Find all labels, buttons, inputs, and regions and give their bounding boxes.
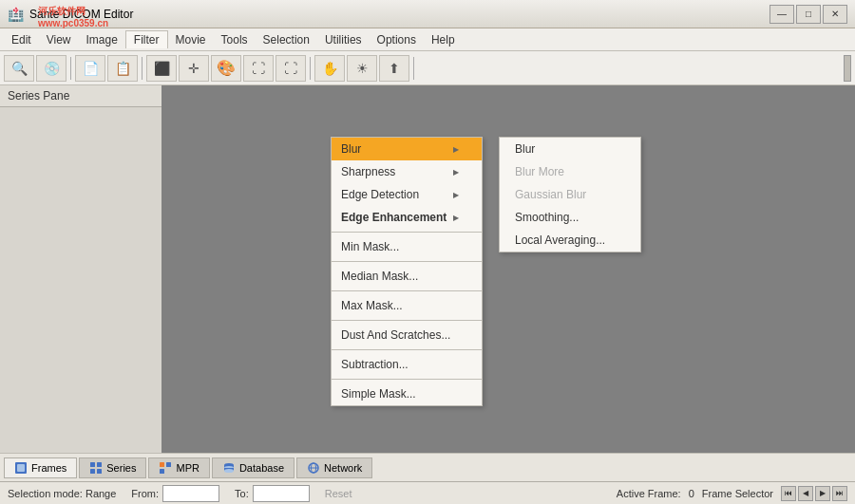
menu-image[interactable]: Image xyxy=(78,31,124,48)
menu-tools[interactable]: Tools xyxy=(214,31,256,48)
status-to: To: xyxy=(235,485,310,502)
dropdown-overlay: Blur ▶ Sharpness ▶ Edge Detection ▶ Edge… xyxy=(162,137,855,453)
blur-submenu-blur-more: Blur More xyxy=(500,160,640,183)
sharpness-submenu-arrow: ▶ xyxy=(453,168,459,177)
series-pane: Series Pane xyxy=(0,85,162,453)
status-from: From: xyxy=(131,485,219,502)
blur-submenu-arrow: ▶ xyxy=(453,145,459,154)
toolbar-crosshair[interactable]: ✛ xyxy=(179,55,209,82)
content-area: Blur ▶ Sharpness ▶ Edge Detection ▶ Edge… xyxy=(162,85,855,453)
toolbar-disc[interactable]: 💿 xyxy=(36,55,66,82)
toolbar-new[interactable]: 📄 xyxy=(75,55,105,82)
tab-mpr[interactable]: MPR xyxy=(148,457,209,478)
toolbar-clipboard[interactable]: 📋 xyxy=(107,55,138,82)
toolbar-color[interactable]: 🎨 xyxy=(211,55,241,82)
filter-sep-5 xyxy=(332,349,482,350)
mpr-icon xyxy=(159,461,172,475)
filter-sep-6 xyxy=(332,379,482,380)
main-area: Series Pane Blur ▶ Sharpness ▶ Edge Dete… xyxy=(0,85,855,453)
network-icon xyxy=(307,461,320,475)
svg-point-13 xyxy=(224,469,234,473)
menu-options[interactable]: Options xyxy=(370,31,424,48)
menu-bar: Edit View Image Filter Movie Tools Selec… xyxy=(0,28,855,51)
toolbar-sep-4 xyxy=(413,57,414,80)
series-pane-header: Series Pane xyxy=(0,85,162,107)
frame-prev-btn[interactable]: ◀ xyxy=(798,486,813,501)
frame-last-btn[interactable]: ⏭ xyxy=(832,486,847,501)
frame-selector: ⏮ ◀ ▶ ⏭ xyxy=(781,486,847,501)
tab-series[interactable]: Series xyxy=(79,457,146,478)
toolbar-up[interactable]: ⬆ xyxy=(379,55,409,82)
menu-utilities[interactable]: Utilities xyxy=(317,31,370,48)
status-reset: Reset xyxy=(325,488,352,499)
status-bar: Selection mode: Range From: To: Reset Ac… xyxy=(0,481,855,504)
database-icon xyxy=(222,461,236,475)
svg-rect-2 xyxy=(90,462,95,467)
filter-menu-median-mask[interactable]: Median Mask... xyxy=(332,265,482,288)
filter-menu-max-mask[interactable]: Max Mask... xyxy=(332,294,482,317)
menu-selection[interactable]: Selection xyxy=(256,31,317,48)
svg-rect-7 xyxy=(166,462,171,467)
bottom-tabs: Frames Series MPR Database xyxy=(0,453,855,481)
blur-submenu[interactable]: Blur Blur More Gaussian Blur Smoothing..… xyxy=(499,137,641,252)
svg-rect-6 xyxy=(160,462,164,467)
menu-edit[interactable]: Edit xyxy=(4,31,39,48)
filter-menu-subtraction[interactable]: Subtraction... xyxy=(332,353,482,376)
svg-rect-8 xyxy=(160,469,164,474)
filter-menu-edge-detection[interactable]: Edge Detection ▶ xyxy=(332,183,482,206)
edge-enhancement-submenu-arrow: ▶ xyxy=(453,214,459,222)
filter-sep-2 xyxy=(332,261,482,262)
frame-next-btn[interactable]: ▶ xyxy=(815,486,830,501)
svg-rect-3 xyxy=(97,462,102,467)
filter-sep-3 xyxy=(332,290,482,291)
toolbar-sep-1 xyxy=(70,57,71,80)
menu-filter[interactable]: Filter xyxy=(125,30,168,48)
filter-menu-min-mask[interactable]: Min Mask... xyxy=(332,235,482,258)
tab-frames[interactable]: Frames xyxy=(4,457,77,478)
maximize-button[interactable]: □ xyxy=(796,5,821,24)
toolbar-frame2[interactable]: ⛶ xyxy=(276,55,306,82)
toolbar-frame1[interactable]: ⛶ xyxy=(243,55,274,82)
filter-menu-blur[interactable]: Blur ▶ xyxy=(332,138,482,160)
edge-detection-submenu-arrow: ▶ xyxy=(453,191,459,199)
blur-submenu-blur[interactable]: Blur xyxy=(500,138,640,160)
to-input[interactable] xyxy=(253,485,310,502)
filter-sep-4 xyxy=(332,320,482,321)
title-bar-title: Sante DICOM Editor xyxy=(29,8,133,21)
toolbar: 🔍 💿 📄 📋 ⬛ ✛ 🎨 ⛶ ⛶ ✋ ☀ ⬆ xyxy=(0,51,855,85)
menu-help[interactable]: Help xyxy=(424,31,463,48)
toolbar-pan[interactable]: ⬛ xyxy=(146,55,177,82)
svg-rect-1 xyxy=(17,464,25,472)
toolbar-hand[interactable]: ✋ xyxy=(314,55,345,82)
blur-submenu-gaussian-blur: Gaussian Blur xyxy=(500,183,640,206)
from-input[interactable] xyxy=(162,485,219,502)
filter-menu-dust-scratches[interactable]: Dust And Scratches... xyxy=(332,324,482,346)
blur-submenu-local-averaging[interactable]: Local Averaging... xyxy=(500,229,640,252)
title-bar: 🏥 Sante DICOM Editor — □ ✕ xyxy=(0,0,855,28)
filter-menu-edge-enhancement[interactable]: Edge Enhancement ▶ xyxy=(332,206,482,229)
toolbar-sun[interactable]: ☀ xyxy=(347,55,377,82)
status-mode: Selection mode: Range xyxy=(8,488,116,499)
status-right: Active Frame: 0 Frame Selector ⏮ ◀ ▶ ⏭ xyxy=(617,486,847,501)
svg-rect-5 xyxy=(97,469,102,474)
toolbar-scrollbar[interactable] xyxy=(844,55,851,82)
filter-menu-simple-mask[interactable]: Simple Mask... xyxy=(332,383,482,405)
toolbar-search[interactable]: 🔍 xyxy=(4,55,34,82)
toolbar-sep-3 xyxy=(310,57,311,80)
frame-first-btn[interactable]: ⏮ xyxy=(781,486,796,501)
menu-movie[interactable]: Movie xyxy=(168,31,214,48)
close-button[interactable]: ✕ xyxy=(823,5,847,24)
filter-menu[interactable]: Blur ▶ Sharpness ▶ Edge Detection ▶ Edge… xyxy=(331,137,483,406)
svg-rect-4 xyxy=(90,469,95,474)
title-bar-controls: — □ ✕ xyxy=(770,5,847,24)
app-icon: 🏥 xyxy=(8,7,24,22)
tab-network[interactable]: Network xyxy=(296,457,372,478)
blur-submenu-smoothing[interactable]: Smoothing... xyxy=(500,206,640,229)
toolbar-sep-2 xyxy=(142,57,142,80)
filter-sep-1 xyxy=(332,232,482,233)
tab-database[interactable]: Database xyxy=(212,457,294,478)
filter-menu-sharpness[interactable]: Sharpness ▶ xyxy=(332,160,482,183)
minimize-button[interactable]: — xyxy=(770,5,794,24)
title-bar-left: 🏥 Sante DICOM Editor xyxy=(8,7,133,22)
menu-view[interactable]: View xyxy=(39,31,79,48)
